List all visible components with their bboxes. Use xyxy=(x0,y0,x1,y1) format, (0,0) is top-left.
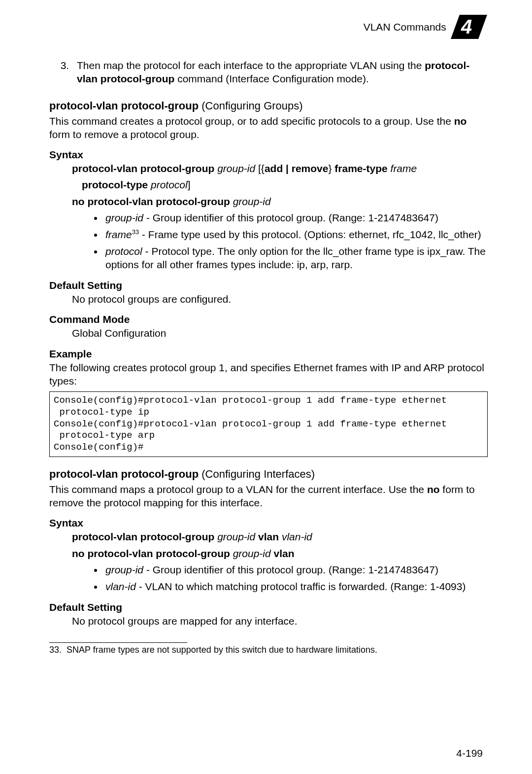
section1-description: This command creates a protocol group, o… xyxy=(49,114,488,141)
footnote-33: 33. SNAP frame types are not supported b… xyxy=(49,645,488,655)
syntax-heading-2: Syntax xyxy=(49,517,488,529)
syntax-line-1: protocol-vlan protocol-group group-id [{… xyxy=(72,162,488,175)
section2-description: This command maps a protocol group to a … xyxy=(49,483,488,510)
page-header: VLAN Commands 4 xyxy=(49,15,488,39)
step-3: Then map the protocol for each interface… xyxy=(72,59,488,86)
command-mode-heading: Command Mode xyxy=(49,314,488,325)
syntax2-line-2: no protocol-vlan protocol-group group-id… xyxy=(72,547,488,560)
syntax-heading: Syntax xyxy=(49,149,488,161)
example-heading: Example xyxy=(49,348,488,360)
param-list-1: group-id - Group identifier of this prot… xyxy=(103,211,488,272)
syntax2-line-1: protocol-vlan protocol-group group-id vl… xyxy=(72,530,488,543)
chapter-number-icon: 4 xyxy=(451,15,487,39)
header-title: VLAN Commands xyxy=(364,21,446,33)
syntax-line-3: no protocol-vlan protocol-group group-id xyxy=(72,195,488,208)
section-title-configuring-groups: protocol-vlan protocol-group (Configurin… xyxy=(49,100,488,112)
param-list-2: group-id - Group identifier of this prot… xyxy=(103,563,488,593)
numbered-step-list: Then map the protocol for each interface… xyxy=(49,59,488,86)
list-item: frame33 - Frame type used by this protoc… xyxy=(103,228,488,242)
syntax-line-2: protocol-type protocol] xyxy=(82,178,488,191)
list-item: vlan-id - VLAN to which matching protoco… xyxy=(103,580,488,594)
default-setting-text: No protocol groups are configured. xyxy=(72,292,488,306)
list-item: group-id - Group identifier of this prot… xyxy=(103,211,488,225)
command-mode-text: Global Configuration xyxy=(72,326,488,340)
default-setting-heading: Default Setting xyxy=(49,280,488,291)
page-number: 4-199 xyxy=(456,747,483,759)
default-setting-text-2: No protocol groups are mapped for any in… xyxy=(72,614,488,628)
console-output: Console(config)#protocol-vlan protocol-g… xyxy=(49,391,488,457)
footnote-divider xyxy=(49,642,187,643)
list-item: group-id - Group identifier of this prot… xyxy=(103,563,488,577)
section-title-configuring-interfaces: protocol-vlan protocol-group (Configurin… xyxy=(49,468,488,481)
page: VLAN Commands 4 Then map the protocol fo… xyxy=(0,0,532,774)
example-intro: The following creates protocol group 1, … xyxy=(49,361,488,388)
list-item: protocol - Protocol type. The only optio… xyxy=(103,245,488,272)
default-setting-heading-2: Default Setting xyxy=(49,601,488,613)
